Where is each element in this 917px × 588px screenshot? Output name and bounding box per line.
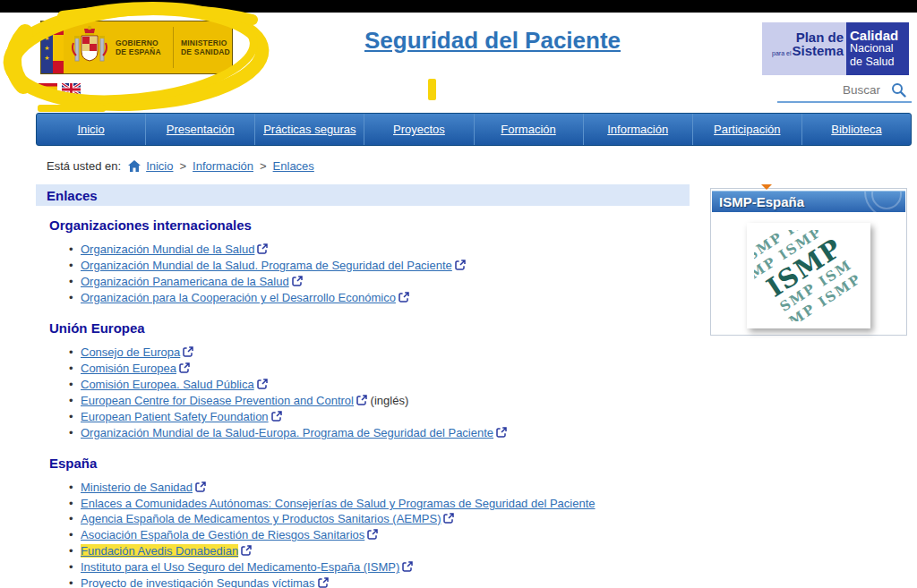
content-link[interactable]: Comisión Europea. Salud Pública bbox=[81, 378, 254, 391]
nav-link[interactable]: Inicio bbox=[77, 123, 104, 136]
content-link[interactable]: Proyecto de investigación Segundas vícti… bbox=[81, 576, 315, 588]
content-link[interactable]: Fundación Avedis Donabedian bbox=[81, 544, 238, 558]
search-input[interactable] bbox=[818, 83, 880, 97]
content-link[interactable]: Organización Mundial de la Salud bbox=[81, 243, 254, 256]
ministry-label-line1: MINISTERIO bbox=[181, 38, 231, 47]
list-item: Agencia Española de Medicamentos y Produ… bbox=[69, 511, 690, 527]
nav-link[interactable]: Participación bbox=[714, 123, 780, 136]
content-link[interactable]: Ministerio de Sanidad bbox=[81, 481, 193, 494]
eu-flag-strip: ★★★ bbox=[41, 21, 53, 73]
gov-label-line1: GOBIERNO bbox=[116, 38, 171, 47]
link-list: Organización Mundial de la SaludOrganiza… bbox=[69, 242, 690, 306]
list-item: Proyecto de investigación Segundas vícti… bbox=[69, 575, 690, 588]
content-link[interactable]: Organización Panamericana de la Salud bbox=[81, 275, 289, 288]
nav-link[interactable]: Información bbox=[607, 123, 668, 136]
page-title-bar: Enlaces bbox=[36, 184, 690, 206]
ismp-widget: ISMP-España SMP ISMMP ISMP IISMPSMP ISMM… bbox=[710, 188, 907, 336]
list-item: Organización Mundial de la Salud-Europa.… bbox=[69, 425, 690, 441]
links-section: EspañaMinisterio de SanidadEnlaces a Com… bbox=[49, 456, 690, 588]
external-link-icon bbox=[399, 291, 409, 306]
nav-item[interactable]: Proyectos bbox=[364, 114, 474, 145]
gobierno-espana-logo[interactable]: ★★★ GOBIERNO bbox=[40, 21, 233, 74]
external-link-icon bbox=[195, 481, 206, 496]
content-link[interactable]: Organización Mundial de la Salud. Progra… bbox=[81, 259, 452, 272]
ismp-logo-link[interactable]: SMP ISMMP ISMP IISMPSMP ISMMP ISMP bbox=[747, 223, 870, 328]
ismp-widget-title: ISMP-España bbox=[719, 194, 804, 209]
nav-item[interactable]: Prácticas seguras bbox=[255, 114, 364, 145]
home-icon[interactable] bbox=[128, 160, 141, 172]
breadcrumb-separator: > bbox=[260, 159, 267, 173]
content-link[interactable]: Consejo de Europa bbox=[81, 345, 180, 359]
breadcrumb-separator: > bbox=[179, 159, 186, 173]
breadcrumb-link[interactable]: Información bbox=[193, 159, 253, 173]
external-link-icon bbox=[402, 560, 413, 575]
ismp-logo-image: SMP ISMMP ISMP IISMPSMP ISMMP ISMP bbox=[754, 230, 863, 321]
list-item: Organización para la Cooperación y el De… bbox=[69, 290, 690, 306]
content-link[interactable]: Organización para la Cooperación y el De… bbox=[81, 291, 396, 304]
nav-link[interactable]: Formación bbox=[501, 123, 555, 136]
nav-link[interactable]: Presentación bbox=[167, 123, 235, 136]
list-item: Fundación Avedis Donabedian bbox=[69, 543, 690, 559]
plan-logo-plande: Plan de bbox=[762, 30, 844, 44]
external-link-icon bbox=[356, 394, 367, 409]
nav-item[interactable]: Formación bbox=[475, 114, 584, 145]
spain-flag-language-button[interactable] bbox=[39, 83, 57, 96]
top-black-bar bbox=[0, 0, 917, 13]
content-link[interactable]: Instituto para el Uso Seguro del Medicam… bbox=[81, 560, 399, 574]
orange-triangle-icon bbox=[761, 184, 772, 190]
nav-item[interactable]: Presentación bbox=[146, 114, 255, 145]
content-link[interactable]: Comisión Europea bbox=[81, 362, 176, 375]
nav-item[interactable]: Participación bbox=[693, 114, 802, 145]
logo-divider bbox=[173, 27, 174, 68]
coat-of-arms-icon bbox=[64, 21, 116, 73]
nav-link[interactable]: Proyectos bbox=[393, 123, 445, 136]
nav-item[interactable]: Inicio bbox=[37, 114, 146, 145]
search-bar bbox=[777, 81, 912, 103]
list-item: Comisión Europea bbox=[69, 361, 690, 377]
gov-label-line2: DE ESPAÑA bbox=[116, 47, 171, 56]
list-item: Organización Mundial de la Salud bbox=[69, 242, 690, 258]
plan-de-calidad-logo: Plan de para elSistema Calidad Nacional … bbox=[762, 22, 909, 75]
plan-logo-nacional: Nacional bbox=[850, 42, 909, 55]
external-link-icon bbox=[179, 362, 190, 377]
breadcrumb: Está usted en: Inicio>Información>Enlace… bbox=[47, 159, 314, 173]
plan-logo-parael: para el bbox=[772, 50, 791, 56]
section-title: España bbox=[49, 456, 690, 471]
list-item: Instituto para el Uso Seguro del Medicam… bbox=[69, 559, 690, 575]
plan-logo-desalud: de Salud bbox=[850, 55, 909, 69]
content-link[interactable]: European Patient Safety Foundation bbox=[81, 410, 269, 423]
plan-logo-calidad: Calidad bbox=[850, 29, 909, 42]
external-link-icon bbox=[496, 426, 507, 441]
external-link-icon bbox=[318, 576, 329, 588]
section-title: Organizaciones internacionales bbox=[49, 217, 690, 233]
plan-logo-sistema: Sistema bbox=[792, 43, 844, 58]
content-link[interactable]: Agencia Española de Medicamentos y Produ… bbox=[81, 512, 441, 525]
external-link-icon bbox=[183, 345, 193, 361]
list-item: Comisión Europea. Salud Pública bbox=[69, 377, 690, 393]
uk-flag-language-button[interactable] bbox=[62, 83, 81, 96]
site-title-link[interactable]: Seguridad del Paciente bbox=[364, 27, 621, 54]
links-section: Organizaciones internacionalesOrganizaci… bbox=[49, 217, 690, 306]
nav-link[interactable]: Biblioteca bbox=[831, 123, 881, 136]
list-item: Ministerio de Sanidad bbox=[69, 480, 690, 496]
ismp-widget-header: ISMP-España bbox=[712, 191, 905, 212]
search-icon[interactable] bbox=[891, 82, 906, 98]
content-link[interactable]: European Centre for Disease Prevention a… bbox=[81, 394, 354, 407]
page-title: Enlaces bbox=[47, 188, 98, 203]
content-link[interactable]: Asociación Española de Gestión de Riesgo… bbox=[81, 528, 364, 541]
nav-link[interactable]: Prácticas seguras bbox=[263, 123, 356, 136]
main-nav: InicioPresentaciónPrácticas segurasProye… bbox=[36, 113, 912, 146]
list-item: Organización Panamericana de la Salud bbox=[69, 274, 690, 290]
breadcrumb-prefix: Está usted en: bbox=[47, 159, 121, 173]
content-link[interactable]: Organización Mundial de la Salud-Europa.… bbox=[81, 426, 493, 439]
breadcrumb-link[interactable]: Inicio bbox=[146, 159, 173, 173]
nav-item[interactable]: Biblioteca bbox=[802, 114, 911, 145]
content-link[interactable]: Enlaces a Comunidades Autónomas: Conseje… bbox=[81, 497, 596, 510]
external-link-icon bbox=[292, 275, 303, 290]
list-item: Consejo de Europa bbox=[69, 345, 690, 361]
list-item: European Centre for Disease Prevention a… bbox=[69, 393, 690, 409]
external-link-icon bbox=[443, 512, 454, 527]
link-suffix: (inglés) bbox=[367, 394, 408, 407]
nav-item[interactable]: Información bbox=[584, 114, 693, 145]
breadcrumb-link[interactable]: Enlaces bbox=[273, 159, 314, 173]
